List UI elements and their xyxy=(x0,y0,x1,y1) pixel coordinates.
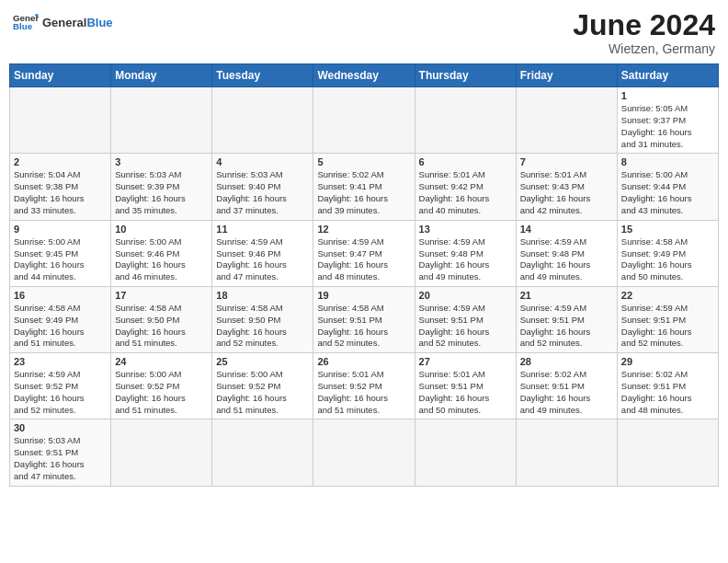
day-number: 22 xyxy=(621,290,714,301)
day-number: 29 xyxy=(621,356,714,367)
day-number: 23 xyxy=(14,356,107,367)
calendar-cell: 27Sunrise: 5:01 AM Sunset: 9:51 PM Dayli… xyxy=(415,353,516,419)
day-info: Sunrise: 4:59 AM Sunset: 9:46 PM Dayligh… xyxy=(216,236,309,283)
day-info: Sunrise: 5:01 AM Sunset: 9:51 PM Dayligh… xyxy=(419,369,512,416)
calendar-cell: 16Sunrise: 4:58 AM Sunset: 9:49 PM Dayli… xyxy=(10,286,111,352)
calendar-cell xyxy=(111,419,212,486)
day-info: Sunrise: 4:59 AM Sunset: 9:47 PM Dayligh… xyxy=(317,236,410,283)
calendar-cell xyxy=(111,87,212,154)
calendar-cell xyxy=(516,419,617,486)
calendar-cell: 5Sunrise: 5:02 AM Sunset: 9:41 PM Daylig… xyxy=(313,154,415,220)
calendar-cell: 29Sunrise: 5:02 AM Sunset: 9:51 PM Dayli… xyxy=(617,353,718,419)
day-info: Sunrise: 4:58 AM Sunset: 9:49 PM Dayligh… xyxy=(621,236,714,283)
day-number: 6 xyxy=(419,156,512,167)
day-number: 9 xyxy=(14,224,107,235)
day-info: Sunrise: 5:00 AM Sunset: 9:45 PM Dayligh… xyxy=(14,236,107,283)
day-info: Sunrise: 5:02 AM Sunset: 9:41 PM Dayligh… xyxy=(317,169,410,216)
day-number: 1 xyxy=(621,90,714,101)
day-number: 28 xyxy=(520,356,613,367)
weekday-header-saturday: Saturday xyxy=(617,64,718,87)
day-number: 30 xyxy=(14,422,107,433)
day-info: Sunrise: 5:01 AM Sunset: 9:42 PM Dayligh… xyxy=(419,169,512,216)
weekday-header-wednesday: Wednesday xyxy=(313,64,415,87)
day-info: Sunrise: 4:58 AM Sunset: 9:50 PM Dayligh… xyxy=(115,303,208,350)
day-number: 14 xyxy=(520,224,613,235)
title-area: June 2024 Wietzen, Germany xyxy=(573,9,715,56)
day-info: Sunrise: 4:59 AM Sunset: 9:51 PM Dayligh… xyxy=(621,303,714,350)
day-number: 20 xyxy=(419,290,512,301)
day-info: Sunrise: 5:01 AM Sunset: 9:43 PM Dayligh… xyxy=(520,169,613,216)
day-info: Sunrise: 5:02 AM Sunset: 9:51 PM Dayligh… xyxy=(621,369,714,416)
day-number: 10 xyxy=(115,224,208,235)
calendar-cell: 6Sunrise: 5:01 AM Sunset: 9:42 PM Daylig… xyxy=(415,154,516,220)
day-info: Sunrise: 4:59 AM Sunset: 9:51 PM Dayligh… xyxy=(520,303,613,350)
day-number: 15 xyxy=(621,224,714,235)
calendar-cell: 23Sunrise: 4:59 AM Sunset: 9:52 PM Dayli… xyxy=(10,353,111,419)
day-info: Sunrise: 4:58 AM Sunset: 9:49 PM Dayligh… xyxy=(14,303,107,350)
day-number: 16 xyxy=(14,290,107,301)
calendar-cell: 28Sunrise: 5:02 AM Sunset: 9:51 PM Dayli… xyxy=(516,353,617,419)
calendar-cell: 15Sunrise: 4:58 AM Sunset: 9:49 PM Dayli… xyxy=(617,220,718,286)
calendar-cell xyxy=(415,419,516,486)
calendar-cell: 17Sunrise: 4:58 AM Sunset: 9:50 PM Dayli… xyxy=(111,286,212,352)
calendar-cell: 21Sunrise: 4:59 AM Sunset: 9:51 PM Dayli… xyxy=(516,286,617,352)
weekday-header-tuesday: Tuesday xyxy=(212,64,313,87)
logo-general-text: GeneralBlue xyxy=(42,16,113,29)
calendar-header: General Blue GeneralBlue June 2024 Wietz… xyxy=(9,9,719,56)
calendar-cell: 20Sunrise: 4:59 AM Sunset: 9:51 PM Dayli… xyxy=(415,286,516,352)
calendar-cell: 25Sunrise: 5:00 AM Sunset: 9:52 PM Dayli… xyxy=(212,353,313,419)
calendar-cell xyxy=(617,419,718,486)
day-info: Sunrise: 5:00 AM Sunset: 9:52 PM Dayligh… xyxy=(115,369,208,416)
day-number: 13 xyxy=(419,224,512,235)
calendar-cell: 3Sunrise: 5:03 AM Sunset: 9:39 PM Daylig… xyxy=(111,154,212,220)
calendar-cell xyxy=(10,87,111,154)
day-info: Sunrise: 4:58 AM Sunset: 9:51 PM Dayligh… xyxy=(317,303,410,350)
weekday-header-thursday: Thursday xyxy=(415,64,516,87)
day-number: 18 xyxy=(216,290,309,301)
day-number: 12 xyxy=(317,224,410,235)
day-info: Sunrise: 5:03 AM Sunset: 9:40 PM Dayligh… xyxy=(216,169,309,216)
calendar-cell xyxy=(516,87,617,154)
month-year-title: June 2024 xyxy=(573,9,715,41)
day-number: 24 xyxy=(115,356,208,367)
day-number: 4 xyxy=(216,156,309,167)
calendar-cell: 8Sunrise: 5:00 AM Sunset: 9:44 PM Daylig… xyxy=(617,154,718,220)
weekday-header-monday: Monday xyxy=(111,64,212,87)
calendar-cell: 18Sunrise: 4:58 AM Sunset: 9:50 PM Dayli… xyxy=(212,286,313,352)
day-info: Sunrise: 4:59 AM Sunset: 9:51 PM Dayligh… xyxy=(419,303,512,350)
calendar-cell: 11Sunrise: 4:59 AM Sunset: 9:46 PM Dayli… xyxy=(212,220,313,286)
day-number: 25 xyxy=(216,356,309,367)
day-number: 19 xyxy=(317,290,410,301)
calendar-cell: 9Sunrise: 5:00 AM Sunset: 9:45 PM Daylig… xyxy=(10,220,111,286)
day-info: Sunrise: 4:59 AM Sunset: 9:48 PM Dayligh… xyxy=(520,236,613,283)
day-info: Sunrise: 5:03 AM Sunset: 9:51 PM Dayligh… xyxy=(14,435,107,482)
day-number: 27 xyxy=(419,356,512,367)
calendar-cell: 10Sunrise: 5:00 AM Sunset: 9:46 PM Dayli… xyxy=(111,220,212,286)
logo: General Blue GeneralBlue xyxy=(13,9,113,35)
calendar-cell: 12Sunrise: 4:59 AM Sunset: 9:47 PM Dayli… xyxy=(313,220,415,286)
day-info: Sunrise: 5:00 AM Sunset: 9:44 PM Dayligh… xyxy=(621,169,714,216)
calendar-cell xyxy=(212,87,313,154)
calendar-cell: 26Sunrise: 5:01 AM Sunset: 9:52 PM Dayli… xyxy=(313,353,415,419)
weekday-header-sunday: Sunday xyxy=(10,64,111,87)
calendar-cell: 19Sunrise: 4:58 AM Sunset: 9:51 PM Dayli… xyxy=(313,286,415,352)
day-info: Sunrise: 5:03 AM Sunset: 9:39 PM Dayligh… xyxy=(115,169,208,216)
calendar-cell: 1Sunrise: 5:05 AM Sunset: 9:37 PM Daylig… xyxy=(617,87,718,154)
calendar-cell: 7Sunrise: 5:01 AM Sunset: 9:43 PM Daylig… xyxy=(516,154,617,220)
day-number: 11 xyxy=(216,224,309,235)
logo-icon: General Blue xyxy=(13,9,39,35)
calendar-cell: 22Sunrise: 4:59 AM Sunset: 9:51 PM Dayli… xyxy=(617,286,718,352)
calendar-table: SundayMondayTuesdayWednesdayThursdayFrid… xyxy=(9,63,719,487)
day-number: 8 xyxy=(621,156,714,167)
day-number: 21 xyxy=(520,290,613,301)
day-info: Sunrise: 5:04 AM Sunset: 9:38 PM Dayligh… xyxy=(14,169,107,216)
day-info: Sunrise: 5:01 AM Sunset: 9:52 PM Dayligh… xyxy=(317,369,410,416)
day-number: 2 xyxy=(14,156,107,167)
calendar-cell xyxy=(313,87,415,154)
day-info: Sunrise: 4:59 AM Sunset: 9:48 PM Dayligh… xyxy=(419,236,512,283)
location-subtitle: Wietzen, Germany xyxy=(573,41,715,56)
day-info: Sunrise: 5:02 AM Sunset: 9:51 PM Dayligh… xyxy=(520,369,613,416)
calendar-cell xyxy=(212,419,313,486)
calendar-cell: 30Sunrise: 5:03 AM Sunset: 9:51 PM Dayli… xyxy=(10,419,111,486)
calendar-cell: 4Sunrise: 5:03 AM Sunset: 9:40 PM Daylig… xyxy=(212,154,313,220)
